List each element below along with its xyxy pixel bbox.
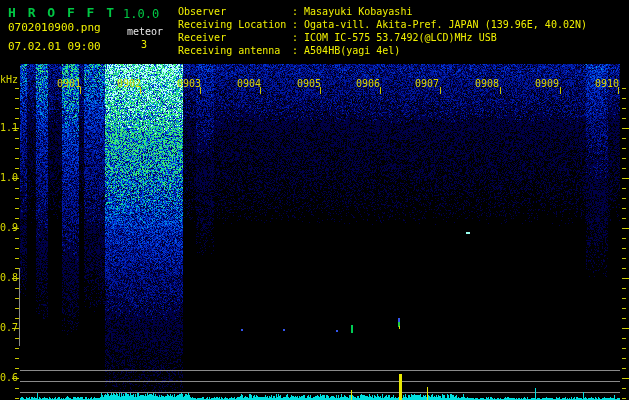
- info-label: Receiver: [178, 31, 292, 44]
- datetime-label: 07.02.01 09:00: [8, 40, 101, 53]
- freq-tick-label: 1.0: [0, 172, 14, 183]
- app-title: H R O F F T: [8, 5, 116, 20]
- hrofft-window: H R O F F T 1.0.0 0702010900.png meteor …: [0, 0, 629, 400]
- info-value: Masayuki Kobayashi: [304, 6, 412, 17]
- time-tick-label: 0903: [176, 78, 202, 89]
- filename-label: 0702010900.png: [8, 21, 101, 34]
- time-tick-label: 0906: [355, 78, 381, 89]
- info-value: A504HB(yagi 4el): [304, 45, 400, 56]
- info-row-receiver: Receiver: ICOM IC-575 53.7492(@LCD)MHz U…: [178, 31, 587, 44]
- freq-tick-label: 0.9: [0, 222, 14, 233]
- info-row-antenna: Receiving antenna: A504HB(yagi 4el): [178, 44, 587, 57]
- info-label: Receiving antenna: [178, 44, 292, 57]
- time-tick-label: 0904: [236, 78, 262, 89]
- time-tick-label: 0902: [116, 78, 142, 89]
- mode-label: meteor: [127, 26, 163, 37]
- info-value: ICOM IC-575 53.7492(@LCD)MHz USB: [304, 32, 497, 43]
- info-value: Ogata-vill. Akita-Pref. JAPAN (139.96E, …: [304, 19, 587, 30]
- freq-tick-label: 0.6: [0, 372, 14, 383]
- time-tick-label: 0910: [594, 78, 620, 89]
- freq-tick-label: 1.1: [0, 122, 14, 133]
- freq-tick-label: 0.8: [0, 272, 14, 283]
- station-info: Observer: Masayuki Kobayashi Receiving L…: [178, 5, 587, 57]
- info-label: Receiving Location: [178, 18, 292, 31]
- time-tick-label: 0909: [534, 78, 560, 89]
- time-tick-label: 0908: [474, 78, 500, 89]
- info-row-observer: Observer: Masayuki Kobayashi: [178, 5, 587, 18]
- time-tick-label: 0905: [296, 78, 322, 89]
- spectrogram-canvas: [0, 0, 629, 400]
- app-version: 1.0.0: [123, 7, 159, 21]
- freq-unit-label: kHz: [0, 74, 18, 85]
- meteor-count: 3: [141, 39, 147, 50]
- time-tick-label: 0901: [56, 78, 82, 89]
- info-label: Observer: [178, 5, 292, 18]
- info-row-location: Receiving Location: Ogata-vill. Akita-Pr…: [178, 18, 587, 31]
- freq-tick-label: 0.7: [0, 322, 14, 333]
- time-tick-label: 0907: [414, 78, 440, 89]
